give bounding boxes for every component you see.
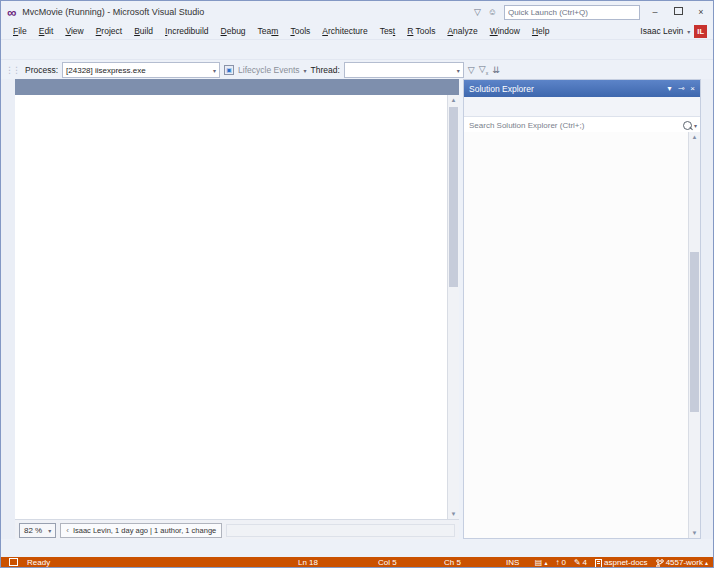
chevron-down-icon: ▾ [304, 67, 307, 74]
solution-tree [464, 132, 689, 538]
avatar[interactable]: IL [694, 25, 707, 38]
window-state-icon [9, 558, 18, 568]
solution-explorer-toolbar [464, 97, 700, 117]
menu-help[interactable]: Help [526, 25, 555, 37]
lifecycle-events-icon: ▣ [224, 65, 234, 75]
scroll-down-icon[interactable]: ▼ [689, 528, 700, 538]
user-name[interactable]: Isaac Levin [640, 26, 683, 36]
close-button[interactable]: × [693, 7, 709, 17]
thread-combo[interactable]: ▾ [344, 62, 464, 78]
title-bar: ∞ MvcMovie (Running) - Microsoft Visual … [1, 1, 713, 23]
rows-icon: ▤ [535, 558, 543, 568]
tree-vertical-scrollbar[interactable]: ▲ ▼ [688, 132, 700, 538]
status-ready: Ready [27, 558, 50, 568]
editor-group: ▲ ▼ 82 % ▾ ‹ Isaac Levin, 1 day ago | 1 … [15, 79, 459, 539]
code-lines [15, 95, 448, 519]
thread-label: Thread: [311, 65, 340, 75]
minimize-button[interactable]: – [647, 7, 663, 17]
document-tab-strip [15, 79, 459, 95]
chevron-down-icon: ▾ [687, 28, 690, 35]
window-menu-icon[interactable]: ▾ [668, 84, 672, 93]
status-insert-mode: INS [506, 558, 519, 568]
chevron-down-icon: ▾ [213, 67, 216, 74]
lifecycle-events-button[interactable]: Lifecycle Events [238, 65, 299, 75]
menu-project[interactable]: Project [90, 25, 128, 37]
search-icon[interactable] [683, 121, 692, 130]
visual-studio-logo-icon: ∞ [7, 5, 16, 20]
scroll-up-icon[interactable]: ▲ [448, 95, 459, 105]
menu-analyze[interactable]: Analyze [441, 25, 483, 37]
feedback-icon[interactable]: ☺ [488, 7, 497, 17]
menu-edit[interactable]: Edit [33, 25, 60, 37]
zoom-value: 82 % [24, 526, 42, 535]
close-icon[interactable]: × [690, 84, 695, 93]
debug-location-toolbar: ⋮⋮ Process: [24328] iisexpress.exe ▾ ▣ L… [1, 59, 713, 80]
scrollbar-thumb[interactable] [449, 107, 458, 287]
menu-team[interactable]: Team [252, 25, 285, 37]
panel-title: Solution Explorer [469, 84, 534, 94]
user-area[interactable]: Isaac Levin ▾ IL [640, 25, 707, 38]
codelens-text: Isaac Levin, 1 day ago | 1 author, 1 cha… [73, 526, 216, 535]
menu-r-tools[interactable]: R Tools [401, 25, 441, 37]
editor-horizontal-scrollbar[interactable] [226, 524, 455, 537]
menu-tools[interactable]: Tools [284, 25, 316, 37]
edit-count: 4 [583, 558, 587, 568]
visual-studio-window: ∞ MvcMovie (Running) - Microsoft Visual … [0, 0, 714, 568]
menu-test[interactable]: Test [374, 25, 402, 37]
unpublished-commits[interactable]: ↑0 [555, 558, 565, 568]
pencil-icon: ✎ [574, 558, 581, 568]
current-branch[interactable]: 4557-work ▴ [656, 558, 708, 568]
process-label: Process: [25, 65, 58, 75]
menu-debug[interactable]: Debug [215, 25, 252, 37]
menu-build[interactable]: Build [128, 25, 159, 37]
menu-bar: FileEditViewProjectBuildIncredibuildDebu… [1, 23, 713, 39]
uncommitted-changes[interactable]: ✎4 [574, 558, 587, 568]
scroll-up-icon[interactable]: ▲ [689, 132, 700, 142]
repo-name: aspnet-docs [604, 558, 648, 568]
status-column: Col 5 [378, 558, 397, 568]
branch-icon [656, 559, 664, 568]
pin-icon[interactable]: ⊸ [678, 84, 685, 93]
code-editor[interactable]: ▲ ▼ [15, 95, 459, 519]
solution-explorer-header[interactable]: Solution Explorer ▾ ⊸ × [464, 80, 700, 97]
maximize-button[interactable] [670, 7, 686, 17]
solution-search-input[interactable] [467, 120, 683, 131]
chevron-down-icon: ▾ [48, 527, 51, 534]
menu-file[interactable]: File [7, 25, 33, 37]
codelens-history[interactable]: ‹ Isaac Levin, 1 day ago | 1 author, 1 c… [60, 523, 222, 538]
toolbar-grip[interactable]: ⋮⋮ [5, 65, 19, 75]
status-bar: Ready Ln 18 Col 5 Ch 5 INS ▤▴ ↑0 ✎4 aspn… [1, 557, 713, 568]
filter-icon[interactable]: ▽ [474, 7, 481, 17]
rows-menu[interactable]: ▤▴ [535, 558, 548, 568]
editor-vertical-scrollbar[interactable]: ▲ ▼ [447, 95, 459, 519]
menu-incredibuild[interactable]: Incredibuild [159, 25, 215, 37]
repo-icon [595, 559, 602, 568]
filter-threads-icon[interactable]: ▽ [468, 65, 475, 75]
scroll-down-icon[interactable]: ▼ [448, 509, 459, 519]
branch-name: 4557-work [666, 558, 703, 568]
menu-items: FileEditViewProjectBuildIncredibuildDebu… [7, 26, 555, 36]
left-dock-strip [1, 79, 15, 539]
clear-filter-icon[interactable]: ▽x [479, 64, 488, 76]
window-title: MvcMovie (Running) - Microsoft Visual St… [22, 7, 204, 17]
menu-view[interactable]: View [59, 25, 89, 37]
menu-architecture[interactable]: Architecture [316, 25, 373, 37]
zoom-selector[interactable]: 82 % ▾ [19, 523, 56, 538]
scrollbar-thumb[interactable] [690, 252, 699, 412]
chevron-down-icon: ▾ [694, 122, 697, 129]
solution-explorer-panel: Solution Explorer ▾ ⊸ × ▾ ▲ ▼ [463, 79, 701, 539]
process-combo[interactable]: [24328] iisexpress.exe ▾ [62, 62, 220, 78]
ahead-count: 0 [561, 558, 565, 568]
arrow-up-icon: ↑ [555, 558, 559, 568]
chevron-up-icon: ▴ [544, 558, 547, 568]
current-repository[interactable]: aspnet-docs [595, 558, 648, 568]
chevron-left-icon: ‹ [66, 526, 69, 535]
flag-threads-icon[interactable]: ⇊ [492, 65, 500, 75]
menu-window[interactable]: Window [484, 25, 526, 37]
process-value: [24328] iisexpress.exe [66, 66, 146, 75]
editor-bottom-bar: 82 % ▾ ‹ Isaac Levin, 1 day ago | 1 auth… [15, 519, 459, 540]
chevron-up-icon: ▴ [705, 558, 708, 568]
main-toolbar [1, 39, 713, 60]
quick-launch-input[interactable] [504, 5, 640, 20]
status-line: Ln 18 [298, 558, 318, 568]
